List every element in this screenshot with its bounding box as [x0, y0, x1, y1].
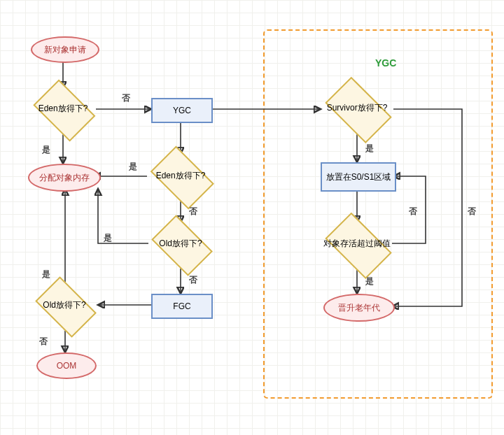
node-old-fit-left: Old放得下? [29, 283, 99, 329]
node-threshold-label: 对象存活超过阈值 [322, 238, 392, 250]
node-oom: OOM [36, 352, 97, 379]
ygc-region-title: YGC [375, 57, 396, 69]
node-promote-label: 晋升老年代 [338, 302, 380, 314]
node-eden-fit-2-label: Eden放得下? [155, 170, 207, 183]
lbl-oldmid-yes: 是 [104, 232, 112, 244]
node-fgc: FGC [151, 294, 213, 319]
node-fgc-label: FGC [173, 301, 190, 311]
node-promote: 晋升老年代 [323, 294, 395, 322]
node-old-fit-mid-label: Old放得下? [158, 238, 203, 250]
node-oom-label: OOM [57, 361, 77, 371]
node-old-fit-mid: Old放得下? [146, 221, 216, 267]
node-eden-fit-1-label: Eden放得下? [37, 103, 90, 115]
node-survivor-fit-label: Survivor放得下? [326, 102, 389, 115]
lbl-threshold-yes: 是 [365, 276, 374, 287]
lbl-eden1-yes: 是 [42, 144, 50, 156]
node-eden-fit-2: Eden放得下? [144, 152, 217, 200]
node-survivor-fit: Survivor放得下? [318, 84, 396, 133]
node-ygc-label: YGC [173, 106, 191, 115]
lbl-survivor-no: 否 [468, 206, 476, 218]
lbl-oldleft-yes: 是 [42, 269, 50, 280]
lbl-threshold-no: 否 [409, 206, 417, 218]
node-alloc-label: 分配对象内存 [39, 172, 90, 184]
lbl-eden2-no: 否 [189, 206, 197, 218]
node-eden-fit-1: Eden放得下? [28, 85, 98, 133]
node-s0s1: 放置在S0/S1区域 [321, 162, 396, 192]
lbl-eden1-no: 否 [122, 92, 130, 104]
lbl-eden2-yes: 是 [129, 161, 137, 173]
lbl-survivor-yes: 是 [365, 143, 374, 155]
node-new-object: 新对象申请 [31, 36, 99, 63]
node-s0s1-label: 放置在S0/S1区域 [326, 171, 391, 183]
node-new-object-label: 新对象申请 [44, 44, 86, 56]
node-ygc: YGC [151, 98, 213, 123]
lbl-oldleft-no: 否 [39, 336, 48, 348]
node-threshold: 对象存活超过阈值 [318, 220, 396, 269]
lbl-oldmid-no: 否 [189, 274, 197, 286]
node-old-fit-left-label: Old放得下? [41, 299, 87, 312]
node-alloc: 分配对象内存 [28, 164, 101, 192]
